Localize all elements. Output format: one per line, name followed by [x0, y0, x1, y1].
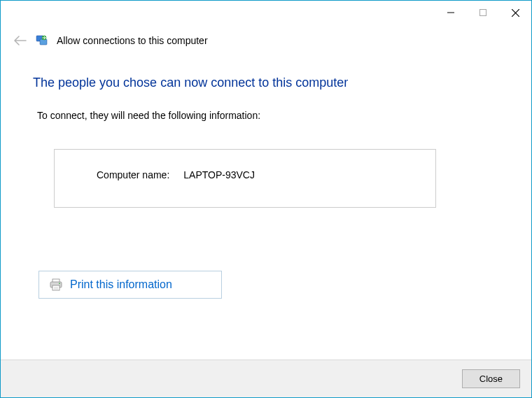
computer-name-label: Computer name:	[97, 169, 169, 180]
footer-bar: Close	[1, 360, 531, 397]
svg-rect-9	[52, 285, 59, 290]
back-arrow-icon	[13, 34, 27, 48]
maximize-button	[467, 2, 499, 23]
print-information-link[interactable]: Print this information	[38, 271, 222, 299]
svg-point-10	[59, 283, 60, 284]
computer-name-row: Computer name: LAPTOP-93VCJ	[97, 169, 414, 180]
close-window-button[interactable]	[499, 2, 531, 23]
svg-rect-1	[480, 10, 486, 16]
titlebar	[1, 1, 531, 25]
instruction-text: To connect, they will need the following…	[33, 110, 499, 121]
computer-name-value: LAPTOP-93VCJ	[183, 169, 255, 180]
content-area: The people you chose can now connect to …	[1, 55, 531, 299]
print-link-label: Print this information	[70, 278, 172, 291]
wizard-header: Allow connections to this computer	[1, 25, 531, 55]
printer-icon	[49, 278, 63, 291]
page-heading: The people you chose can now connect to …	[33, 76, 499, 90]
wizard-title: Allow connections to this computer	[57, 35, 208, 46]
svg-rect-5	[40, 39, 47, 45]
remote-desktop-icon	[36, 34, 48, 47]
minimize-button[interactable]	[435, 2, 467, 23]
close-button[interactable]: Close	[462, 369, 520, 388]
connection-info-box: Computer name: LAPTOP-93VCJ	[54, 149, 436, 208]
